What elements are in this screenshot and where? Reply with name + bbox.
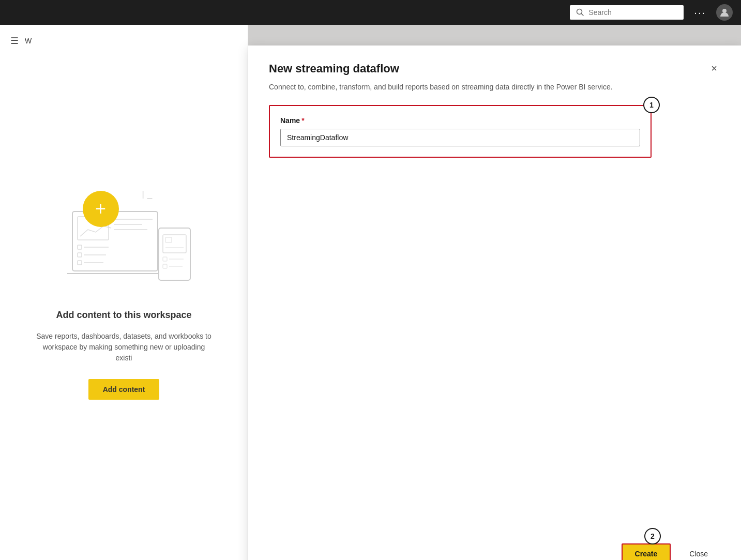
- close-icon-button[interactable]: ×: [708, 62, 720, 74]
- dialog: New streaming dataflow × Connect to, com…: [248, 46, 741, 560]
- topbar: ···: [0, 0, 741, 25]
- annotation-badge-1: 1: [643, 97, 660, 113]
- yellow-circle: +: [83, 191, 119, 227]
- more-options-button[interactable]: ···: [690, 5, 710, 21]
- dialog-overlay: New streaming dataflow × Connect to, com…: [248, 25, 741, 560]
- workspace-initial: W: [25, 37, 32, 45]
- create-btn-wrapper: Create: [622, 543, 671, 560]
- name-input[interactable]: [280, 129, 640, 146]
- hamburger-icon: ☰: [10, 35, 19, 47]
- close-dialog-button[interactable]: Close: [677, 544, 720, 560]
- illustration-graphic: | — + +: [52, 186, 196, 299]
- search-input[interactable]: [588, 8, 677, 17]
- illustration-desc: Save reports, dashboards, datasets, and …: [36, 331, 212, 364]
- search-box[interactable]: [570, 5, 684, 20]
- annotation-badge-2: 2: [644, 528, 661, 544]
- dialog-title: New streaming dataflow: [269, 62, 399, 75]
- plus-icon: +: [95, 200, 106, 218]
- panel-header: ☰ W: [10, 35, 32, 47]
- svg-point-2: [722, 9, 727, 13]
- main-content: ☰ W | — + +: [0, 25, 741, 560]
- spacer: [269, 158, 720, 533]
- dialog-header: New streaming dataflow ×: [269, 62, 720, 75]
- name-section: 1 Name*: [269, 105, 652, 158]
- add-content-button[interactable]: Add content: [88, 379, 160, 400]
- name-field-label: Name*: [280, 116, 640, 125]
- illustration-title: Add content to this workspace: [56, 310, 191, 321]
- device-svg: [158, 227, 191, 281]
- create-button[interactable]: Create: [623, 544, 670, 560]
- avatar[interactable]: [716, 4, 733, 21]
- dialog-footer: 2 Create Close: [269, 533, 720, 560]
- search-icon: [576, 8, 584, 17]
- svg-rect-14: [159, 228, 190, 280]
- svg-line-1: [582, 14, 584, 16]
- deco-mark-1: |: [142, 190, 144, 199]
- deco-mark-2: —: [147, 195, 153, 201]
- required-star: *: [301, 116, 304, 125]
- dialog-description: Connect to, combine, transform, and buil…: [269, 82, 621, 93]
- illustration: | — + +: [36, 186, 212, 400]
- left-panel: ☰ W | — + +: [0, 25, 248, 560]
